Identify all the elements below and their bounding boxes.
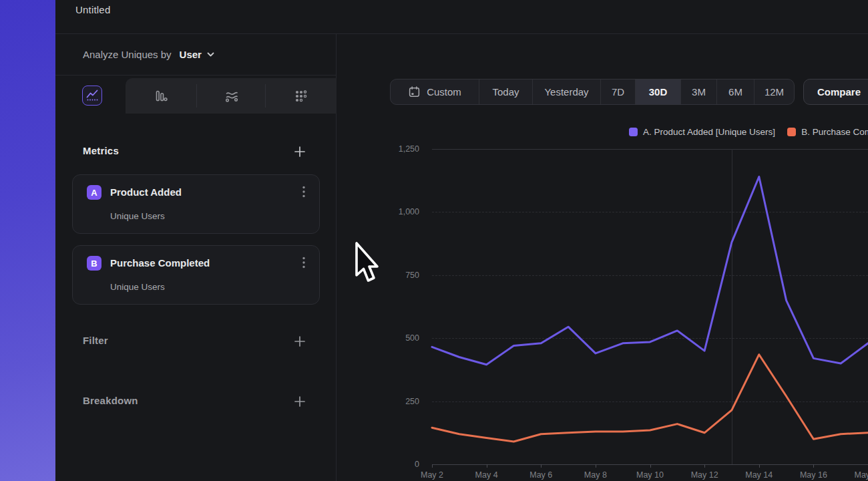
line-chart-icon bbox=[85, 88, 99, 103]
x-axis-tick bbox=[487, 464, 487, 468]
y-axis-label: 750 bbox=[373, 271, 419, 280]
gridline bbox=[432, 402, 868, 402]
y-axis-label: 1,250 bbox=[373, 144, 419, 154]
range-button-today[interactable]: Today bbox=[479, 79, 532, 104]
calendar-icon bbox=[408, 86, 421, 98]
tab-bar-chart[interactable] bbox=[126, 78, 196, 114]
analyze-uniques-dropdown[interactable]: Analyze Uniques by User bbox=[83, 49, 214, 60]
divider bbox=[55, 75, 336, 75]
range-label: 3M bbox=[692, 86, 706, 98]
range-label: Custom bbox=[427, 86, 461, 98]
metric-card-list: AProduct AddedUnique UsersBPurchase Comp… bbox=[72, 174, 320, 316]
range-label: 30D bbox=[649, 86, 668, 98]
legend-label: B. Purchase Completed [Unique Users] bbox=[801, 127, 868, 137]
metric-title: Product Added bbox=[110, 186, 182, 198]
x-axis-label: May 16 bbox=[792, 470, 835, 480]
add-filter-button[interactable] bbox=[293, 335, 306, 348]
tab-line-chart[interactable] bbox=[82, 86, 102, 106]
x-axis-label: May 4 bbox=[465, 470, 508, 480]
kebab-menu-icon bbox=[302, 257, 305, 270]
range-label: 6M bbox=[728, 86, 742, 98]
range-label: 12M bbox=[765, 86, 784, 98]
x-axis-tick bbox=[650, 464, 651, 468]
gridline bbox=[432, 149, 868, 150]
x-axis-label: May 2 bbox=[411, 470, 453, 480]
range-button-6m[interactable]: 6M bbox=[716, 79, 754, 104]
y-axis-label: 1,000 bbox=[373, 207, 419, 216]
gridline bbox=[432, 338, 868, 339]
metric-card[interactable]: AProduct AddedUnique Users bbox=[72, 174, 320, 234]
chevron-down-icon bbox=[207, 52, 214, 57]
chart-legend: A. Product Added [Unique Users]B. Purcha… bbox=[629, 127, 868, 137]
series-line-a bbox=[432, 177, 868, 365]
app-screen: Untitled Analyze Uniques by User bbox=[0, 0, 868, 481]
range-button-30d[interactable]: 30D bbox=[635, 79, 680, 104]
metric-card[interactable]: BPurchase CompletedUnique Users bbox=[72, 245, 320, 305]
range-button-7d[interactable]: 7D bbox=[600, 79, 635, 104]
metric-badge: B bbox=[87, 256, 101, 271]
x-axis-tick bbox=[596, 464, 596, 468]
y-axis-label: 0 bbox=[373, 460, 419, 469]
legend-item-a[interactable]: A. Product Added [Unique Users] bbox=[629, 127, 775, 137]
series-line-b bbox=[432, 355, 868, 442]
x-axis-tick bbox=[813, 464, 814, 468]
x-axis-tick bbox=[759, 464, 760, 468]
legend-label: A. Product Added [Unique Users] bbox=[643, 127, 775, 137]
filter-heading: Filter bbox=[83, 335, 108, 346]
analyze-label: Analyze Uniques by bbox=[83, 49, 172, 60]
gridline bbox=[432, 275, 868, 276]
desktop-gradient-background bbox=[0, 0, 55, 481]
legend-item-b[interactable]: B. Purchase Completed [Unique Users] bbox=[787, 127, 868, 137]
analyze-value: User bbox=[180, 49, 202, 60]
gridline bbox=[432, 212, 868, 212]
range-button-3m[interactable]: 3M bbox=[680, 79, 716, 104]
metric-options-button[interactable] bbox=[299, 186, 308, 200]
x-axis-tick bbox=[432, 464, 433, 468]
metrics-heading: Metrics bbox=[83, 145, 119, 156]
bar-chart-icon bbox=[154, 89, 168, 104]
vertical-gridline bbox=[732, 149, 732, 464]
range-label: Yesterday bbox=[544, 86, 588, 98]
metric-subtitle: Unique Users bbox=[110, 282, 165, 292]
title-bar: Untitled bbox=[55, 0, 868, 34]
y-axis-label: 250 bbox=[373, 397, 419, 406]
metric-title: Purchase Completed bbox=[110, 257, 210, 269]
metric-badge: A bbox=[87, 185, 101, 200]
x-axis-label: May 14 bbox=[738, 470, 781, 480]
x-axis-tick bbox=[704, 464, 705, 468]
flow-icon bbox=[224, 88, 240, 104]
tab-flow[interactable] bbox=[196, 78, 266, 114]
plus-icon bbox=[294, 146, 305, 157]
range-label: Today bbox=[492, 86, 519, 98]
range-button-12m[interactable]: 12M bbox=[754, 79, 794, 104]
x-axis-label: May 10 bbox=[629, 470, 672, 480]
breakdown-heading: Breakdown bbox=[83, 395, 138, 406]
tab-retention-grid[interactable] bbox=[265, 78, 337, 114]
compare-button[interactable]: Compare bbox=[803, 79, 868, 105]
x-axis-label: May 12 bbox=[683, 470, 726, 480]
metric-subtitle: Unique Users bbox=[110, 211, 165, 221]
range-button-yesterday[interactable]: Yesterday bbox=[532, 79, 600, 104]
add-metric-button[interactable] bbox=[293, 145, 306, 158]
date-range-selector: CustomTodayYesterday7D30D3M6M12M bbox=[390, 79, 795, 105]
metric-options-button[interactable] bbox=[299, 257, 308, 271]
sidebar: Analyze Uniques by User bbox=[55, 34, 337, 481]
plus-icon bbox=[294, 396, 305, 407]
legend-swatch bbox=[629, 128, 638, 136]
mouse-cursor bbox=[354, 240, 379, 289]
add-breakdown-button[interactable] bbox=[293, 395, 306, 408]
retention-grid-icon bbox=[294, 89, 308, 104]
plus-icon bbox=[294, 336, 305, 347]
tab-group bbox=[126, 78, 337, 114]
x-axis-tick bbox=[541, 464, 541, 468]
legend-swatch bbox=[787, 128, 796, 136]
kebab-menu-icon bbox=[302, 186, 305, 199]
report-title[interactable]: Untitled bbox=[75, 4, 110, 15]
x-axis-label: May 8 bbox=[574, 470, 617, 480]
range-button-custom[interactable]: Custom bbox=[391, 79, 479, 104]
x-axis-label: May 18 bbox=[847, 470, 868, 480]
x-axis-label: May 6 bbox=[519, 470, 562, 480]
range-label: 7D bbox=[612, 86, 624, 98]
y-axis-label: 500 bbox=[373, 333, 419, 343]
